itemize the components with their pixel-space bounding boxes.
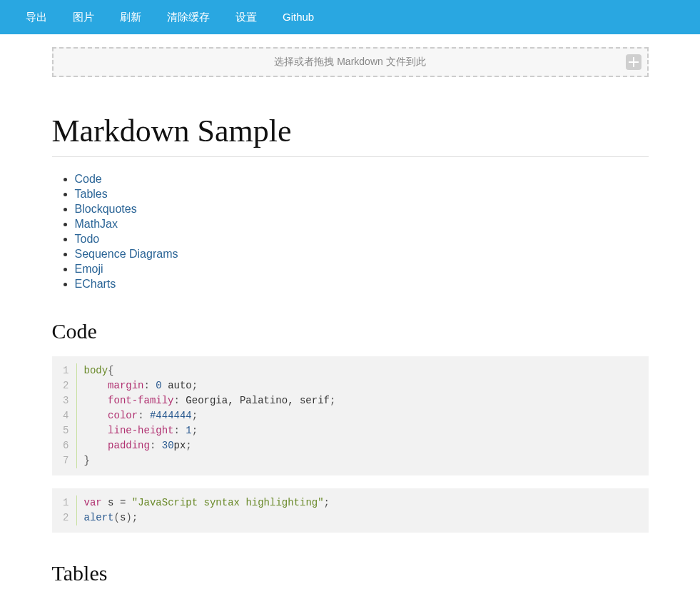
- line-number: 7: [52, 453, 76, 468]
- code-line: body{: [76, 363, 649, 378]
- toc-link-2[interactable]: Blockquotes: [75, 203, 137, 215]
- line-number: 1: [52, 363, 76, 378]
- toc-item: MathJax: [75, 218, 649, 231]
- toc-item: Code: [75, 173, 649, 186]
- nav-item-3[interactable]: 清除缓存: [154, 0, 223, 34]
- code-row: 5 line-height: 1;: [52, 423, 649, 438]
- toc-link-0[interactable]: Code: [75, 173, 102, 185]
- code-line: padding: 30px;: [76, 438, 649, 453]
- toc-link-7[interactable]: ECharts: [75, 278, 116, 290]
- dropzone-text: 选择或者拖拽 Markdown 文件到此: [274, 56, 425, 67]
- section-heading-code: Code: [52, 319, 649, 343]
- line-number: 2: [52, 378, 76, 393]
- line-number: 4: [52, 408, 76, 423]
- toc-link-4[interactable]: Todo: [75, 233, 100, 245]
- nav-item-2[interactable]: 刷新: [107, 0, 154, 34]
- code-line: color: #444444;: [76, 408, 649, 423]
- toc-item: ECharts: [75, 278, 649, 291]
- line-number: 2: [52, 510, 76, 525]
- toc-link-1[interactable]: Tables: [75, 188, 108, 200]
- file-dropzone[interactable]: 选择或者拖拽 Markdown 文件到此: [52, 47, 649, 77]
- main-container: 选择或者拖拽 Markdown 文件到此 Markdown Sample Cod…: [44, 47, 657, 585]
- toc-item: Emoji: [75, 263, 649, 276]
- code-block-css: 1body{2 margin: 0 auto;3 font-family: Ge…: [52, 356, 649, 475]
- toc-link-5[interactable]: Sequence Diagrams: [75, 248, 178, 260]
- section-heading-tables: Tables: [52, 561, 649, 585]
- code-row: 2alert(s);: [52, 510, 649, 525]
- toc-link-3[interactable]: MathJax: [75, 218, 118, 230]
- toc-item: Todo: [75, 233, 649, 246]
- code-line: var s = "JavaScript syntax highlighting"…: [76, 495, 649, 510]
- code-line: }: [76, 453, 649, 468]
- toc-item: Tables: [75, 188, 649, 201]
- nav-item-0[interactable]: 导出: [13, 0, 60, 34]
- code-row: 4 color: #444444;: [52, 408, 649, 423]
- page-title: Markdown Sample: [52, 113, 649, 157]
- code-row: 1body{: [52, 363, 649, 378]
- toc-link-6[interactable]: Emoji: [75, 263, 103, 275]
- toc-item: Blockquotes: [75, 203, 649, 216]
- line-number: 5: [52, 423, 76, 438]
- plus-icon[interactable]: [626, 54, 641, 70]
- table-of-contents: CodeTablesBlockquotesMathJaxTodoSequence…: [52, 173, 649, 291]
- code-row: 6 padding: 30px;: [52, 438, 649, 453]
- code-row: 1var s = "JavaScript syntax highlighting…: [52, 495, 649, 510]
- code-line: margin: 0 auto;: [76, 378, 649, 393]
- navbar: 导出图片刷新清除缓存设置Github: [0, 0, 700, 34]
- line-number: 6: [52, 438, 76, 453]
- code-line: font-family: Georgia, Palatino, serif;: [76, 393, 649, 408]
- nav-item-4[interactable]: 设置: [223, 0, 270, 34]
- line-number: 3: [52, 393, 76, 408]
- code-line: line-height: 1;: [76, 423, 649, 438]
- code-row: 3 font-family: Georgia, Palatino, serif;: [52, 393, 649, 408]
- code-row: 2 margin: 0 auto;: [52, 378, 649, 393]
- code-row: 7}: [52, 453, 649, 468]
- code-block-js: 1var s = "JavaScript syntax highlighting…: [52, 488, 649, 533]
- nav-item-1[interactable]: 图片: [60, 0, 107, 34]
- nav-item-5[interactable]: Github: [270, 0, 327, 34]
- code-line: alert(s);: [76, 510, 649, 525]
- line-number: 1: [52, 495, 76, 510]
- toc-item: Sequence Diagrams: [75, 248, 649, 261]
